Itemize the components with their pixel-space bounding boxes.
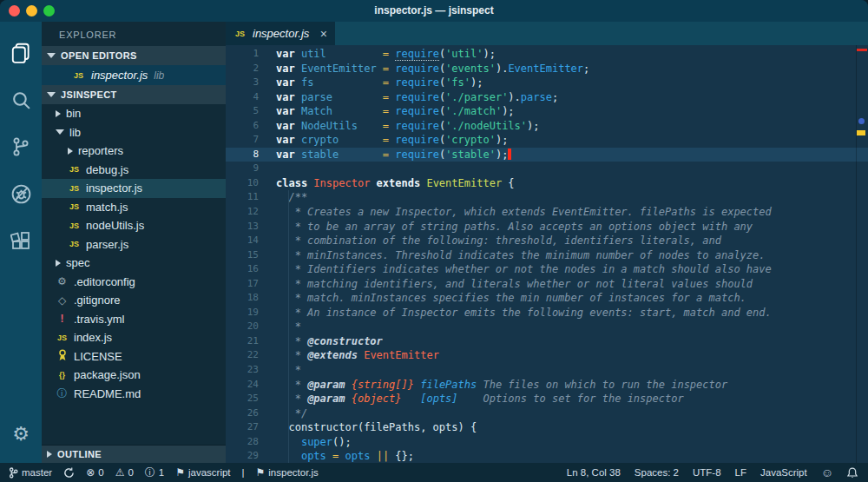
tree-item-label: nodeUtils.js	[86, 219, 144, 232]
tree-item-parser-js[interactable]: JSparser.js	[42, 235, 226, 254]
status-eol[interactable]: LF	[735, 467, 746, 478]
line-number: 26	[226, 406, 259, 421]
debug-icon[interactable]	[0, 170, 42, 217]
extensions-icon[interactable]	[0, 217, 42, 264]
tree-item-reporters[interactable]: reporters	[42, 142, 226, 161]
indent-guide	[288, 334, 289, 349]
code-line[interactable]: 22 * @extends EventEmitter	[226, 348, 868, 363]
tree-item-license[interactable]: LICENSE	[42, 347, 226, 366]
status-linter-language[interactable]: ⚑javascript	[175, 467, 230, 478]
code-line[interactable]: 14 * combination of the following: thres…	[226, 234, 868, 248]
project-section-header[interactable]: JSINSPECT	[42, 85, 226, 104]
status-sync[interactable]	[63, 467, 75, 479]
code-line[interactable]: 4var parse = require('./parser').parse;	[226, 90, 868, 105]
chevron-right-icon	[68, 148, 73, 155]
error-icon: ⊗	[86, 467, 95, 478]
code-line[interactable]: 12 * Creates a new Inspector, which exte…	[226, 205, 868, 220]
tree-item-bin[interactable]: bin	[42, 104, 226, 123]
tree-item-index-js[interactable]: JSindex.js	[42, 328, 226, 347]
zoom-window-button[interactable]	[43, 5, 55, 17]
tab-close-icon[interactable]: ×	[320, 27, 327, 41]
open-editors-header[interactable]: OPEN EDITORS	[42, 46, 226, 65]
code-line[interactable]: 27 constructor(filePaths, opts) {	[226, 420, 868, 435]
line-number: 11	[226, 190, 259, 205]
tree-item-lib[interactable]: lib	[42, 123, 226, 142]
status-feedback[interactable]: ☺	[821, 466, 833, 479]
code-line[interactable]: 26 */	[226, 406, 868, 421]
tree-item--editorconfig[interactable]: ⚙.editorconfig	[42, 273, 226, 292]
diamond-file-icon: ◇	[56, 294, 69, 307]
line-number: 6	[226, 119, 259, 134]
source-control-icon[interactable]	[0, 123, 42, 170]
code-line[interactable]: 11 /**	[226, 190, 868, 205]
code-line[interactable]: 13 * to be an array of string paths. Als…	[226, 220, 868, 234]
code-line[interactable]: 1var util = require('util');	[226, 47, 868, 62]
status-notifications[interactable]	[847, 467, 858, 479]
status-indentation[interactable]: Spaces: 2	[635, 467, 679, 478]
status-infos[interactable]: ⓘ1	[145, 467, 164, 478]
code-line[interactable]: 2var EventEmitter = require('events').Ev…	[226, 62, 868, 76]
code-line[interactable]: 25 * @param {object} [opts] Options to s…	[226, 392, 868, 406]
line-number: 29	[226, 449, 259, 463]
indent-guide	[288, 291, 289, 306]
indent-guide	[288, 420, 289, 435]
overview-ruler[interactable]	[856, 45, 868, 463]
code-line[interactable]: 6var NodeUtils = require('./nodeUtils');	[226, 119, 868, 134]
status-git-branch[interactable]: master	[9, 467, 52, 479]
explorer-icon[interactable]	[0, 30, 42, 76]
tree-item-debug-js[interactable]: JSdebug.js	[42, 161, 226, 180]
settings-icon[interactable]: ⚙	[0, 411, 42, 458]
tree-item-label: package.json	[74, 368, 141, 381]
code-line[interactable]: 19 * An instance of Inspector emits the …	[226, 306, 868, 320]
code-line[interactable]: 18 * match. minInstances specifies the m…	[226, 291, 868, 306]
status-encoding[interactable]: UTF-8	[693, 467, 721, 478]
indent-guide	[288, 205, 289, 220]
code-line[interactable]: 28 super();	[226, 435, 868, 450]
code-line[interactable]: 9	[226, 162, 868, 176]
tree-item-spec[interactable]: spec	[42, 254, 226, 273]
tree-item--gitignore[interactable]: ◇.gitignore	[42, 291, 226, 310]
code-line[interactable]: 29 opts = opts || {};	[226, 449, 868, 463]
open-editor-item-inspector-js[interactable]: JS inspector.js lib	[42, 65, 226, 85]
code-line[interactable]: 20 *	[226, 320, 868, 334]
code-line[interactable]: 21 * @constructor	[226, 334, 868, 349]
code-line[interactable]: 7var crypto = require('crypto');	[226, 133, 868, 148]
status-language-mode[interactable]: JavaScript	[760, 467, 807, 478]
js-file-icon: JS	[68, 240, 81, 248]
code-line[interactable]: 15 * minInstances. Threshold indicates t…	[226, 248, 868, 263]
tree-item--travis-yml[interactable]: !.travis.yml	[42, 310, 226, 329]
status-linter-file[interactable]: ⚑inspector.js	[256, 467, 319, 478]
status-bar: master⊗0⚠0ⓘ1⚑javascript|⚑inspector.js Ln…	[0, 463, 868, 482]
code-line[interactable]: 17 * matching identifiers, and literals …	[226, 277, 868, 292]
tree-item-nodeutils-js[interactable]: JSnodeUtils.js	[42, 216, 226, 235]
tree-item-inspector-js[interactable]: JSinspector.js	[42, 179, 226, 198]
tree-item-match-js[interactable]: JSmatch.js	[42, 198, 226, 217]
minimize-window-button[interactable]	[26, 5, 37, 17]
code-line[interactable]: 24 * @param {string[]} filePaths The fil…	[226, 378, 868, 393]
close-window-button[interactable]	[9, 5, 20, 17]
code-line[interactable]: 3var fs = require('fs');	[226, 76, 868, 90]
open-editor-detail: lib	[154, 69, 164, 82]
code-line[interactable]: 5var Match = require('./match');	[226, 104, 868, 119]
info-icon: ⓘ	[145, 467, 155, 478]
js-file-icon: JS	[68, 184, 81, 193]
code-editor[interactable]: 1var util = require('util');2var EventEm…	[226, 45, 868, 463]
status-cursor-position[interactable]: Ln 8, Col 38	[567, 467, 621, 478]
code-line[interactable]: 16 * Identifiers indicates whether or no…	[226, 262, 868, 277]
outline-label: OUTLINE	[57, 449, 102, 459]
code-line[interactable]: 8var stable = require('stable');	[226, 148, 868, 162]
flag-icon: ⚑	[256, 467, 266, 478]
status-warnings[interactable]: ⚠0	[115, 467, 134, 478]
code-line[interactable]: 23 *	[226, 363, 868, 378]
tree-item-package-json[interactable]: {}package.json	[42, 366, 226, 385]
window-title: inspector.js — jsinspect	[0, 0, 868, 22]
tree-item-label: index.js	[74, 331, 112, 344]
status-errors[interactable]: ⊗0	[86, 467, 103, 478]
outline-header[interactable]: OUTLINE	[42, 445, 226, 463]
search-icon[interactable]	[0, 76, 42, 123]
indent-guide	[288, 348, 289, 363]
text-cursor	[508, 149, 511, 160]
code-line[interactable]: 10class Inspector extends EventEmitter {	[226, 176, 868, 191]
tree-item-readme-md[interactable]: ⓘREADME.md	[42, 385, 226, 404]
tab-inspector-js[interactable]: JS inspector.js ×	[226, 22, 335, 45]
